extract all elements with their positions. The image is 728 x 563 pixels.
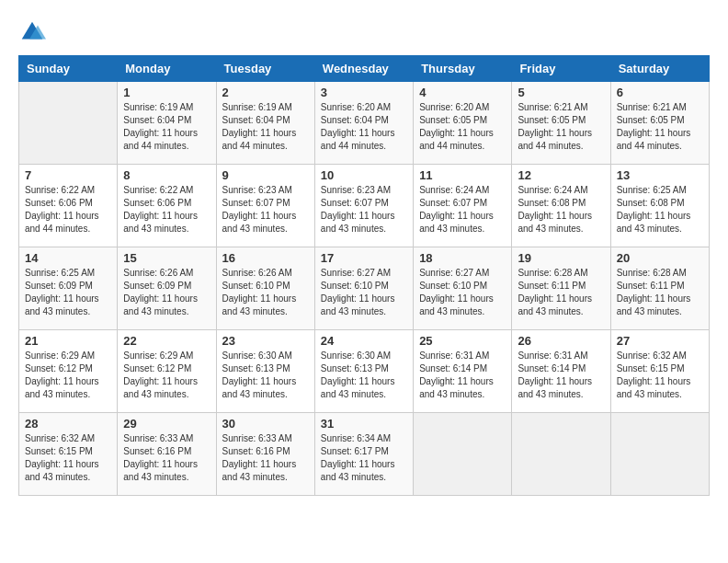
- calendar-cell: 2Sunrise: 6:19 AM Sunset: 6:04 PM Daylig…: [216, 82, 314, 165]
- week-row-4: 21Sunrise: 6:29 AM Sunset: 6:12 PM Dayli…: [19, 330, 710, 413]
- day-number: 12: [518, 168, 604, 182]
- day-number: 4: [419, 86, 506, 99]
- day-number: 14: [25, 251, 111, 265]
- day-info: Sunrise: 6:19 AM Sunset: 6:04 PM Dayligh…: [123, 101, 210, 153]
- calendar-cell: [19, 82, 118, 165]
- day-number: 17: [321, 251, 407, 265]
- day-number: 9: [222, 168, 309, 182]
- calendar-cell: 10Sunrise: 6:23 AM Sunset: 6:07 PM Dayli…: [314, 165, 413, 247]
- day-number: 8: [123, 168, 210, 182]
- calendar-cell: 23Sunrise: 6:30 AM Sunset: 6:13 PM Dayli…: [216, 330, 314, 413]
- day-number: 7: [25, 168, 111, 182]
- calendar-cell: 24Sunrise: 6:30 AM Sunset: 6:13 PM Dayli…: [314, 330, 413, 413]
- calendar-cell: 1Sunrise: 6:19 AM Sunset: 6:04 PM Daylig…: [118, 82, 216, 165]
- calendar-cell: 8Sunrise: 6:22 AM Sunset: 6:06 PM Daylig…: [118, 165, 216, 247]
- day-number: 31: [321, 417, 407, 431]
- day-number: 27: [617, 334, 703, 348]
- calendar-cell: 18Sunrise: 6:27 AM Sunset: 6:10 PM Dayli…: [414, 247, 512, 330]
- logo: [18, 18, 50, 46]
- day-info: Sunrise: 6:30 AM Sunset: 6:13 PM Dayligh…: [222, 350, 309, 401]
- calendar-cell: 28Sunrise: 6:32 AM Sunset: 6:15 PM Dayli…: [19, 413, 118, 496]
- header-monday: Monday: [118, 56, 216, 82]
- day-number: 22: [123, 334, 210, 348]
- day-info: Sunrise: 6:28 AM Sunset: 6:11 PM Dayligh…: [518, 267, 604, 318]
- day-number: 3: [321, 86, 407, 99]
- day-number: 23: [222, 334, 309, 348]
- calendar-cell: 31Sunrise: 6:34 AM Sunset: 6:17 PM Dayli…: [314, 413, 413, 496]
- day-info: Sunrise: 6:33 AM Sunset: 6:16 PM Dayligh…: [222, 432, 309, 484]
- day-info: Sunrise: 6:21 AM Sunset: 6:05 PM Dayligh…: [617, 101, 703, 153]
- day-info: Sunrise: 6:19 AM Sunset: 6:04 PM Dayligh…: [222, 101, 309, 153]
- day-info: Sunrise: 6:26 AM Sunset: 6:09 PM Dayligh…: [123, 267, 210, 318]
- header-sunday: Sunday: [19, 56, 118, 82]
- calendar-cell: 12Sunrise: 6:24 AM Sunset: 6:08 PM Dayli…: [512, 165, 610, 247]
- day-number: 18: [419, 251, 506, 265]
- day-info: Sunrise: 6:22 AM Sunset: 6:06 PM Dayligh…: [123, 184, 210, 236]
- day-info: Sunrise: 6:24 AM Sunset: 6:07 PM Dayligh…: [419, 184, 506, 236]
- calendar-cell: 20Sunrise: 6:28 AM Sunset: 6:11 PM Dayli…: [610, 247, 709, 330]
- day-number: 20: [617, 251, 703, 265]
- day-number: 16: [222, 251, 309, 265]
- day-info: Sunrise: 6:21 AM Sunset: 6:05 PM Dayligh…: [518, 101, 604, 153]
- day-number: 30: [222, 417, 309, 431]
- day-info: Sunrise: 6:20 AM Sunset: 6:05 PM Dayligh…: [419, 101, 506, 153]
- calendar-cell: [512, 413, 610, 496]
- calendar-cell: [610, 413, 709, 496]
- day-info: Sunrise: 6:32 AM Sunset: 6:15 PM Dayligh…: [25, 432, 111, 484]
- calendar-header-row: SundayMondayTuesdayWednesdayThursdayFrid…: [19, 56, 710, 82]
- day-number: 19: [518, 251, 604, 265]
- day-number: 6: [617, 86, 703, 99]
- week-row-3: 14Sunrise: 6:25 AM Sunset: 6:09 PM Dayli…: [19, 247, 710, 330]
- calendar-table: SundayMondayTuesdayWednesdayThursdayFrid…: [18, 55, 710, 496]
- week-row-1: 1Sunrise: 6:19 AM Sunset: 6:04 PM Daylig…: [19, 82, 710, 165]
- calendar-cell: 30Sunrise: 6:33 AM Sunset: 6:16 PM Dayli…: [216, 413, 314, 496]
- day-info: Sunrise: 6:30 AM Sunset: 6:13 PM Dayligh…: [321, 350, 407, 401]
- day-info: Sunrise: 6:24 AM Sunset: 6:08 PM Dayligh…: [518, 184, 604, 236]
- calendar-cell: 21Sunrise: 6:29 AM Sunset: 6:12 PM Dayli…: [19, 330, 118, 413]
- calendar-cell: 19Sunrise: 6:28 AM Sunset: 6:11 PM Dayli…: [512, 247, 610, 330]
- calendar-cell: 11Sunrise: 6:24 AM Sunset: 6:07 PM Dayli…: [414, 165, 512, 247]
- calendar-cell: [414, 413, 512, 496]
- calendar-cell: 26Sunrise: 6:31 AM Sunset: 6:14 PM Dayli…: [512, 330, 610, 413]
- day-info: Sunrise: 6:25 AM Sunset: 6:09 PM Dayligh…: [25, 267, 111, 318]
- calendar-cell: 17Sunrise: 6:27 AM Sunset: 6:10 PM Dayli…: [314, 247, 413, 330]
- day-info: Sunrise: 6:25 AM Sunset: 6:08 PM Dayligh…: [617, 184, 703, 236]
- day-info: Sunrise: 6:29 AM Sunset: 6:12 PM Dayligh…: [123, 350, 210, 401]
- day-info: Sunrise: 6:23 AM Sunset: 6:07 PM Dayligh…: [321, 184, 407, 236]
- calendar-cell: 14Sunrise: 6:25 AM Sunset: 6:09 PM Dayli…: [19, 247, 118, 330]
- day-number: 24: [321, 334, 407, 348]
- header-saturday: Saturday: [610, 56, 709, 82]
- calendar-cell: 9Sunrise: 6:23 AM Sunset: 6:07 PM Daylig…: [216, 165, 314, 247]
- day-number: 28: [25, 417, 111, 431]
- calendar-cell: 13Sunrise: 6:25 AM Sunset: 6:08 PM Dayli…: [610, 165, 709, 247]
- day-number: 15: [123, 251, 210, 265]
- day-info: Sunrise: 6:26 AM Sunset: 6:10 PM Dayligh…: [222, 267, 309, 318]
- header-friday: Friday: [512, 56, 610, 82]
- calendar-cell: 29Sunrise: 6:33 AM Sunset: 6:16 PM Dayli…: [118, 413, 216, 496]
- calendar-cell: 7Sunrise: 6:22 AM Sunset: 6:06 PM Daylig…: [19, 165, 118, 247]
- day-number: 5: [518, 86, 604, 99]
- day-info: Sunrise: 6:29 AM Sunset: 6:12 PM Dayligh…: [25, 350, 111, 401]
- day-info: Sunrise: 6:22 AM Sunset: 6:06 PM Dayligh…: [25, 184, 111, 236]
- header-wednesday: Wednesday: [314, 56, 413, 82]
- day-info: Sunrise: 6:23 AM Sunset: 6:07 PM Dayligh…: [222, 184, 309, 236]
- page-header: [18, 18, 710, 46]
- day-number: 21: [25, 334, 111, 348]
- day-info: Sunrise: 6:20 AM Sunset: 6:04 PM Dayligh…: [321, 101, 407, 153]
- day-number: 25: [419, 334, 506, 348]
- calendar-cell: 27Sunrise: 6:32 AM Sunset: 6:15 PM Dayli…: [610, 330, 709, 413]
- day-number: 11: [419, 168, 506, 182]
- calendar-cell: 6Sunrise: 6:21 AM Sunset: 6:05 PM Daylig…: [610, 82, 709, 165]
- day-number: 29: [123, 417, 210, 431]
- day-info: Sunrise: 6:31 AM Sunset: 6:14 PM Dayligh…: [419, 350, 506, 401]
- header-tuesday: Tuesday: [216, 56, 314, 82]
- week-row-2: 7Sunrise: 6:22 AM Sunset: 6:06 PM Daylig…: [19, 165, 710, 247]
- calendar-cell: 4Sunrise: 6:20 AM Sunset: 6:05 PM Daylig…: [414, 82, 512, 165]
- calendar-cell: 16Sunrise: 6:26 AM Sunset: 6:10 PM Dayli…: [216, 247, 314, 330]
- calendar-cell: 3Sunrise: 6:20 AM Sunset: 6:04 PM Daylig…: [314, 82, 413, 165]
- day-number: 13: [617, 168, 703, 182]
- day-info: Sunrise: 6:28 AM Sunset: 6:11 PM Dayligh…: [617, 267, 703, 318]
- day-number: 2: [222, 86, 309, 99]
- day-number: 10: [321, 168, 407, 182]
- day-info: Sunrise: 6:33 AM Sunset: 6:16 PM Dayligh…: [123, 432, 210, 484]
